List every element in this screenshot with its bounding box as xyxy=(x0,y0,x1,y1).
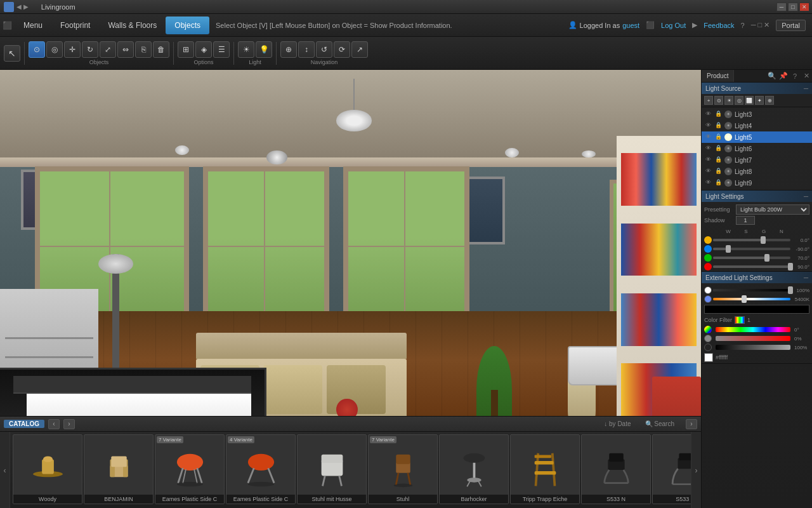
dark-slider[interactable] xyxy=(716,345,790,350)
light5-icon: ☀ xyxy=(724,133,732,141)
select-tool-button[interactable]: ↖ xyxy=(4,45,20,62)
mirror-button[interactable]: ⇔ xyxy=(117,41,134,58)
ls-icon5[interactable]: ⬜ xyxy=(745,96,754,105)
light1-button[interactable]: ☀ xyxy=(238,41,254,58)
saturation-slider[interactable] xyxy=(716,336,790,341)
rotate-button[interactable]: ↻ xyxy=(82,41,98,58)
catalog-item-woody[interactable]: Woody xyxy=(13,434,82,504)
brightness-slider-fill xyxy=(713,289,790,291)
portal-button[interactable]: Portal xyxy=(776,20,806,31)
nav2-button[interactable]: ↕ xyxy=(298,41,315,58)
3d-viewport[interactable]: CATALOG ‹ › ↓ by Date 🔍 Search › ‹ xyxy=(0,70,701,508)
catalog-item-eames2[interactable]: 4 Variante Eames Plastic Side C xyxy=(226,434,296,504)
hue-slider[interactable] xyxy=(716,327,790,332)
ls-icon1[interactable]: + xyxy=(704,96,713,105)
light-item-light5[interactable]: 👁 🔒 ☀ Light5 xyxy=(702,131,812,143)
sat-circle-icon xyxy=(704,335,712,342)
nav1-button[interactable]: ⊕ xyxy=(280,41,297,58)
catalog-item-benjamin[interactable]: BENJAMIN xyxy=(84,434,154,504)
light-settings-collapse-button[interactable]: ─ xyxy=(804,193,808,200)
catalog-item-stuhl[interactable]: 7 Variante Stuhl xyxy=(368,434,438,504)
colortemp-slider-track[interactable] xyxy=(713,298,790,300)
catalog-sort-label[interactable]: ↓ by Date xyxy=(604,420,631,427)
g-slider-track[interactable] xyxy=(713,257,790,259)
restore-button[interactable]: □ xyxy=(788,3,798,11)
presetting-select[interactable]: Light Bulb 200W xyxy=(736,204,809,215)
w-slider-thumb xyxy=(761,236,766,244)
light-item-light6[interactable]: 👁 🔒 ☀ Light6 xyxy=(702,143,812,154)
copy-button[interactable]: ⎘ xyxy=(135,41,152,58)
camera-button[interactable]: ◎ xyxy=(46,41,63,58)
nav3-button[interactable]: ↺ xyxy=(316,41,332,58)
panel-search-icon[interactable]: 🔍 xyxy=(766,70,778,82)
ls-icon6[interactable]: ✦ xyxy=(755,96,764,105)
objects-button[interactable]: Objects xyxy=(166,17,209,34)
light-source-collapse-button[interactable]: ─ xyxy=(804,85,808,92)
ls-icon3[interactable]: ☀ xyxy=(724,96,733,105)
catalog-collapse-right-button[interactable]: › xyxy=(686,419,697,429)
navigation-section-label: Navigation xyxy=(311,59,338,65)
titlebar-forward-back[interactable]: ◀ ▶ xyxy=(16,3,29,10)
n-slider-track[interactable] xyxy=(713,265,790,268)
colortemp-slider-row: 5400K xyxy=(702,295,812,304)
light2-button[interactable]: 💡 xyxy=(256,41,272,58)
light-item-light4[interactable]: 👁 🔒 ☀ Light4 xyxy=(702,120,812,131)
light8-eye-icon: 👁 xyxy=(704,168,712,175)
catalog-item-tripp-trapp[interactable]: Tripp Trapp Eiche xyxy=(510,434,580,504)
ls-icon2[interactable]: ⊙ xyxy=(714,96,723,105)
catalog-scroll-right-button[interactable]: › xyxy=(691,432,701,508)
svg-line-31 xyxy=(535,453,538,486)
light-item-light9[interactable]: 👁 🔒 ☀ Light9 xyxy=(702,177,812,189)
panel-pin-icon[interactable]: 📌 xyxy=(778,70,789,82)
catalog-prev-button[interactable]: ‹ xyxy=(48,419,60,429)
catalog-next-button[interactable]: › xyxy=(63,419,75,429)
white-swatch[interactable] xyxy=(704,353,713,362)
extended-light-collapse-button[interactable]: ─ xyxy=(804,274,808,281)
light-item-light7[interactable]: 👁 🔒 ☀ Light7 xyxy=(702,154,812,166)
saturation-row: 0% xyxy=(702,334,812,343)
w-slider-track[interactable] xyxy=(713,239,790,241)
extended-light-label: Extended Light Settings xyxy=(705,274,773,281)
brightness-slider-track[interactable] xyxy=(713,289,790,291)
select-object-button[interactable]: ⊙ xyxy=(29,41,45,58)
close-button[interactable]: ✕ xyxy=(799,3,809,11)
scale-button[interactable]: ⤢ xyxy=(100,41,116,58)
option2-button[interactable]: ◈ xyxy=(195,41,212,58)
panel-close-icon[interactable]: ✕ xyxy=(801,70,812,82)
black-color-swatch[interactable] xyxy=(704,305,809,314)
shadow-input[interactable]: 1 xyxy=(736,216,755,225)
panel-help-icon[interactable]: ? xyxy=(789,70,801,82)
ls-icon7[interactable]: ⊕ xyxy=(765,96,774,105)
light-item-light3[interactable]: 👁 🔒 ☀ Light3 xyxy=(702,109,812,120)
window-title: Livingroom xyxy=(41,3,75,11)
catalog-item-s533n[interactable]: S533 N xyxy=(581,434,651,504)
ls-icon4[interactable]: ◎ xyxy=(735,96,743,105)
catalog-item-barhocker[interactable]: Barhocker xyxy=(439,434,509,504)
option1-button[interactable]: ⊞ xyxy=(178,41,194,58)
nav5-button[interactable]: ↗ xyxy=(351,41,368,58)
help-icon[interactable]: ? xyxy=(741,22,745,29)
catalog-item-s533nf[interactable]: S533 NF xyxy=(652,434,691,504)
panel-toggle-button[interactable]: › xyxy=(701,289,702,308)
logout-label[interactable]: Log Out xyxy=(661,22,686,29)
move-button[interactable]: ✛ xyxy=(64,41,81,58)
feedback-label[interactable]: Feedback xyxy=(704,22,734,29)
light-item-light8[interactable]: 👁 🔒 ☀ Light8 xyxy=(702,166,812,177)
color-filter-swatch[interactable] xyxy=(735,316,745,324)
catalog-search-label[interactable]: 🔍 Search xyxy=(645,420,674,427)
walls-floors-button[interactable]: Walls & Floors xyxy=(99,17,166,34)
catalog-item-stuhl-husse[interactable]: Stuhl mit Husse xyxy=(297,434,367,504)
option3-button[interactable]: ☰ xyxy=(213,41,230,58)
minimize-button[interactable]: ─ xyxy=(776,3,787,11)
nav4-button[interactable]: ⟳ xyxy=(334,41,350,58)
light-toolbar-section: ☀ 💡 Light xyxy=(238,41,272,65)
product-tab[interactable]: Product xyxy=(702,70,734,82)
user-info: 👤 Logged In as guest xyxy=(568,21,640,29)
light-settings-header: Light Settings ─ xyxy=(702,190,812,202)
catalog-scroll-left-button[interactable]: ‹ xyxy=(0,432,10,508)
footprint-button[interactable]: Footprint xyxy=(51,17,99,34)
menu-button[interactable]: Menu xyxy=(15,17,51,34)
delete-button[interactable]: 🗑 xyxy=(153,41,169,58)
s-slider-track[interactable] xyxy=(713,248,790,250)
catalog-item-eames1[interactable]: 7 Variante Eames Plastic Side C xyxy=(155,434,225,504)
